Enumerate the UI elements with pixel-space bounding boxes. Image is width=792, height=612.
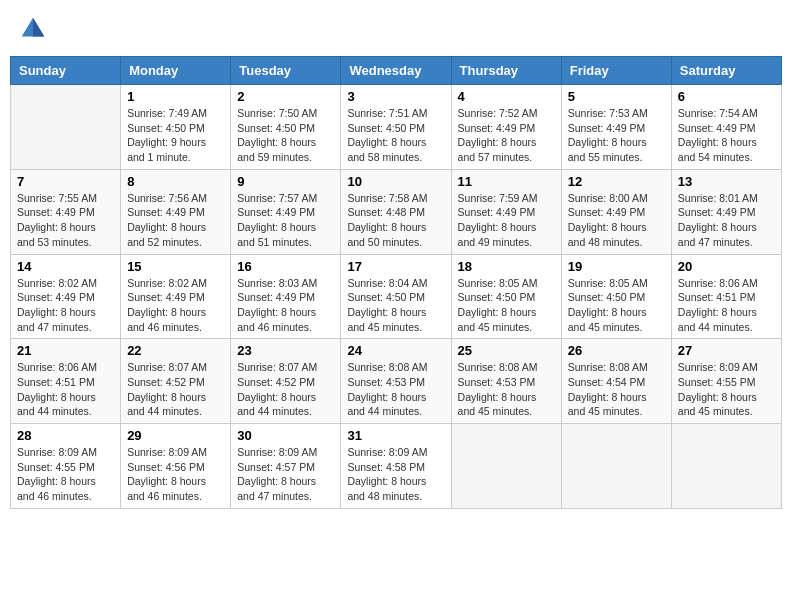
day-number: 17 <box>347 259 444 274</box>
calendar-cell <box>11 85 121 170</box>
day-info: Sunrise: 8:00 AMSunset: 4:49 PMDaylight:… <box>568 191 665 250</box>
day-info: Sunrise: 7:54 AMSunset: 4:49 PMDaylight:… <box>678 106 775 165</box>
day-number: 6 <box>678 89 775 104</box>
day-number: 1 <box>127 89 224 104</box>
calendar-cell: 6Sunrise: 7:54 AMSunset: 4:49 PMDaylight… <box>671 85 781 170</box>
calendar-cell: 18Sunrise: 8:05 AMSunset: 4:50 PMDayligh… <box>451 254 561 339</box>
day-number: 25 <box>458 343 555 358</box>
day-number: 10 <box>347 174 444 189</box>
day-number: 15 <box>127 259 224 274</box>
calendar-cell: 4Sunrise: 7:52 AMSunset: 4:49 PMDaylight… <box>451 85 561 170</box>
day-number: 31 <box>347 428 444 443</box>
day-number: 21 <box>17 343 114 358</box>
day-info: Sunrise: 8:02 AMSunset: 4:49 PMDaylight:… <box>127 276 224 335</box>
calendar-table: SundayMondayTuesdayWednesdayThursdayFrid… <box>10 56 782 509</box>
day-info: Sunrise: 8:05 AMSunset: 4:50 PMDaylight:… <box>568 276 665 335</box>
column-header-friday: Friday <box>561 57 671 85</box>
calendar-cell: 22Sunrise: 8:07 AMSunset: 4:52 PMDayligh… <box>121 339 231 424</box>
day-number: 28 <box>17 428 114 443</box>
calendar-cell: 19Sunrise: 8:05 AMSunset: 4:50 PMDayligh… <box>561 254 671 339</box>
calendar-cell: 13Sunrise: 8:01 AMSunset: 4:49 PMDayligh… <box>671 169 781 254</box>
page-header <box>10 10 782 48</box>
calendar-header-row: SundayMondayTuesdayWednesdayThursdayFrid… <box>11 57 782 85</box>
calendar-cell <box>561 424 671 509</box>
day-info: Sunrise: 7:55 AMSunset: 4:49 PMDaylight:… <box>17 191 114 250</box>
day-info: Sunrise: 8:09 AMSunset: 4:57 PMDaylight:… <box>237 445 334 504</box>
day-info: Sunrise: 8:09 AMSunset: 4:55 PMDaylight:… <box>17 445 114 504</box>
calendar-cell: 10Sunrise: 7:58 AMSunset: 4:48 PMDayligh… <box>341 169 451 254</box>
day-info: Sunrise: 7:58 AMSunset: 4:48 PMDaylight:… <box>347 191 444 250</box>
calendar-cell: 11Sunrise: 7:59 AMSunset: 4:49 PMDayligh… <box>451 169 561 254</box>
day-number: 30 <box>237 428 334 443</box>
day-number: 13 <box>678 174 775 189</box>
calendar-week-3: 14Sunrise: 8:02 AMSunset: 4:49 PMDayligh… <box>11 254 782 339</box>
day-number: 3 <box>347 89 444 104</box>
day-info: Sunrise: 8:07 AMSunset: 4:52 PMDaylight:… <box>127 360 224 419</box>
day-info: Sunrise: 7:50 AMSunset: 4:50 PMDaylight:… <box>237 106 334 165</box>
calendar-cell: 3Sunrise: 7:51 AMSunset: 4:50 PMDaylight… <box>341 85 451 170</box>
day-info: Sunrise: 8:06 AMSunset: 4:51 PMDaylight:… <box>17 360 114 419</box>
day-info: Sunrise: 8:09 AMSunset: 4:56 PMDaylight:… <box>127 445 224 504</box>
day-number: 26 <box>568 343 665 358</box>
day-number: 11 <box>458 174 555 189</box>
day-info: Sunrise: 8:01 AMSunset: 4:49 PMDaylight:… <box>678 191 775 250</box>
day-info: Sunrise: 8:04 AMSunset: 4:50 PMDaylight:… <box>347 276 444 335</box>
day-info: Sunrise: 8:05 AMSunset: 4:50 PMDaylight:… <box>458 276 555 335</box>
day-info: Sunrise: 7:56 AMSunset: 4:49 PMDaylight:… <box>127 191 224 250</box>
day-number: 27 <box>678 343 775 358</box>
day-info: Sunrise: 8:09 AMSunset: 4:58 PMDaylight:… <box>347 445 444 504</box>
calendar-cell: 27Sunrise: 8:09 AMSunset: 4:55 PMDayligh… <box>671 339 781 424</box>
column-header-wednesday: Wednesday <box>341 57 451 85</box>
column-header-thursday: Thursday <box>451 57 561 85</box>
day-number: 16 <box>237 259 334 274</box>
calendar-cell: 2Sunrise: 7:50 AMSunset: 4:50 PMDaylight… <box>231 85 341 170</box>
day-info: Sunrise: 8:02 AMSunset: 4:49 PMDaylight:… <box>17 276 114 335</box>
day-number: 19 <box>568 259 665 274</box>
calendar-cell: 30Sunrise: 8:09 AMSunset: 4:57 PMDayligh… <box>231 424 341 509</box>
day-number: 12 <box>568 174 665 189</box>
day-info: Sunrise: 8:06 AMSunset: 4:51 PMDaylight:… <box>678 276 775 335</box>
calendar-cell: 28Sunrise: 8:09 AMSunset: 4:55 PMDayligh… <box>11 424 121 509</box>
column-header-monday: Monday <box>121 57 231 85</box>
calendar-cell: 15Sunrise: 8:02 AMSunset: 4:49 PMDayligh… <box>121 254 231 339</box>
day-number: 18 <box>458 259 555 274</box>
calendar-cell: 1Sunrise: 7:49 AMSunset: 4:50 PMDaylight… <box>121 85 231 170</box>
day-number: 23 <box>237 343 334 358</box>
calendar-cell: 20Sunrise: 8:06 AMSunset: 4:51 PMDayligh… <box>671 254 781 339</box>
calendar-cell: 9Sunrise: 7:57 AMSunset: 4:49 PMDaylight… <box>231 169 341 254</box>
svg-marker-1 <box>33 18 44 37</box>
calendar-cell: 24Sunrise: 8:08 AMSunset: 4:53 PMDayligh… <box>341 339 451 424</box>
day-info: Sunrise: 8:07 AMSunset: 4:52 PMDaylight:… <box>237 360 334 419</box>
calendar-cell: 16Sunrise: 8:03 AMSunset: 4:49 PMDayligh… <box>231 254 341 339</box>
calendar-cell: 14Sunrise: 8:02 AMSunset: 4:49 PMDayligh… <box>11 254 121 339</box>
calendar-cell: 8Sunrise: 7:56 AMSunset: 4:49 PMDaylight… <box>121 169 231 254</box>
day-info: Sunrise: 7:51 AMSunset: 4:50 PMDaylight:… <box>347 106 444 165</box>
calendar-cell: 26Sunrise: 8:08 AMSunset: 4:54 PMDayligh… <box>561 339 671 424</box>
column-header-sunday: Sunday <box>11 57 121 85</box>
day-info: Sunrise: 7:52 AMSunset: 4:49 PMDaylight:… <box>458 106 555 165</box>
day-number: 20 <box>678 259 775 274</box>
calendar-week-1: 1Sunrise: 7:49 AMSunset: 4:50 PMDaylight… <box>11 85 782 170</box>
calendar-cell <box>671 424 781 509</box>
logo-icon <box>18 14 48 44</box>
day-number: 14 <box>17 259 114 274</box>
day-number: 29 <box>127 428 224 443</box>
day-number: 2 <box>237 89 334 104</box>
day-number: 7 <box>17 174 114 189</box>
calendar-cell: 12Sunrise: 8:00 AMSunset: 4:49 PMDayligh… <box>561 169 671 254</box>
calendar-cell: 31Sunrise: 8:09 AMSunset: 4:58 PMDayligh… <box>341 424 451 509</box>
day-number: 4 <box>458 89 555 104</box>
calendar-cell: 5Sunrise: 7:53 AMSunset: 4:49 PMDaylight… <box>561 85 671 170</box>
calendar-week-5: 28Sunrise: 8:09 AMSunset: 4:55 PMDayligh… <box>11 424 782 509</box>
calendar-cell: 25Sunrise: 8:08 AMSunset: 4:53 PMDayligh… <box>451 339 561 424</box>
day-info: Sunrise: 8:08 AMSunset: 4:53 PMDaylight:… <box>458 360 555 419</box>
day-info: Sunrise: 8:03 AMSunset: 4:49 PMDaylight:… <box>237 276 334 335</box>
logo <box>18 14 52 44</box>
day-number: 24 <box>347 343 444 358</box>
day-info: Sunrise: 8:09 AMSunset: 4:55 PMDaylight:… <box>678 360 775 419</box>
day-info: Sunrise: 8:08 AMSunset: 4:54 PMDaylight:… <box>568 360 665 419</box>
column-header-saturday: Saturday <box>671 57 781 85</box>
day-info: Sunrise: 7:57 AMSunset: 4:49 PMDaylight:… <box>237 191 334 250</box>
calendar-week-2: 7Sunrise: 7:55 AMSunset: 4:49 PMDaylight… <box>11 169 782 254</box>
calendar-cell: 17Sunrise: 8:04 AMSunset: 4:50 PMDayligh… <box>341 254 451 339</box>
